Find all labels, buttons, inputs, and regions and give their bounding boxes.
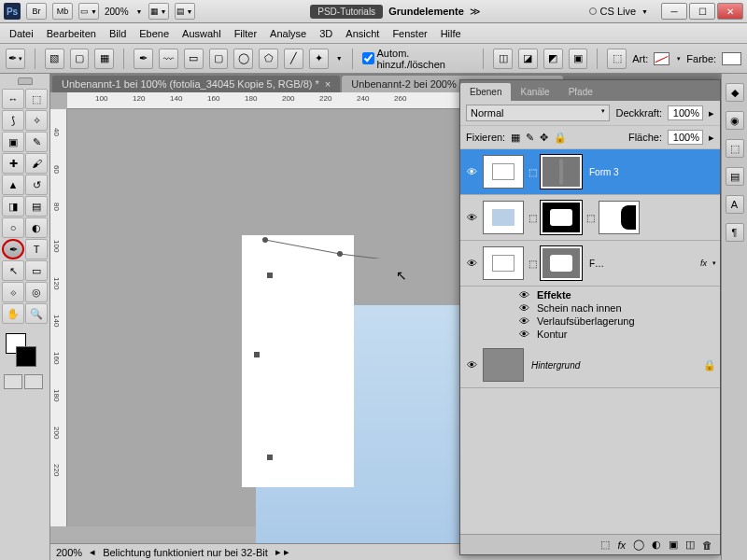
extra-mask-thumb[interactable] [599,201,640,234]
toolbox-collapse-icon[interactable] [18,77,33,85]
zoom-readout[interactable]: 200% [56,547,82,558]
more-icon[interactable]: ≫ [470,6,481,18]
pen-tool[interactable]: ✒ [2,239,24,259]
dock-para-icon[interactable]: ¶ [726,223,744,242]
shape-dropdown-icon[interactable]: ▼ [336,55,343,62]
menu-hilfe[interactable]: Hilfe [441,28,461,39]
effect-item[interactable]: Schein nach innen [537,302,622,314]
heal-tool[interactable]: ✚ [2,153,24,174]
pen-shape-icon[interactable]: ✒ [134,49,153,69]
link-icon[interactable]: ⬚ [607,49,627,69]
close-button[interactable]: ✕ [717,3,743,20]
zoom-tool[interactable]: 🔍 [25,303,48,324]
bridge-button[interactable]: Br [26,3,47,20]
vector-mask-thumb[interactable] [541,246,582,280]
arrange-button[interactable]: ▦▼ [148,3,169,20]
menu-auswahl[interactable]: Auswahl [182,28,221,39]
hand-tool[interactable]: ✋ [2,303,24,324]
blur-tool[interactable]: ○ [2,217,24,238]
layer-row[interactable]: 👁 Hintergrund 🔒 [460,343,720,388]
menu-analyse[interactable]: Analyse [270,28,306,39]
color-swatch[interactable] [722,52,741,65]
polygon-shape-icon[interactable]: ⬠ [259,49,278,69]
close-icon[interactable]: × [325,78,331,90]
quickmask-mode-icon[interactable] [24,374,43,389]
anchor-point[interactable] [267,455,273,460]
menu-bild[interactable]: Bild [109,28,126,39]
link-layers-icon[interactable]: ⬚ [600,539,610,551]
vector-mask-thumb[interactable] [541,155,582,189]
visibility-icon[interactable]: 👁 [464,258,479,269]
dodge-tool[interactable]: ◐ [25,217,48,238]
crop-tool[interactable]: ▣ [2,132,24,152]
gradient-tool[interactable]: ▤ [25,196,48,217]
type-tool[interactable]: T [25,239,48,259]
group-icon[interactable]: ▣ [669,539,678,551]
standard-mode-icon[interactable] [4,374,22,389]
fill-input[interactable]: 100% [668,130,703,145]
3d-tool[interactable]: ⟐ [2,282,24,302]
dock-color-icon[interactable]: ◉ [726,111,744,130]
visibility-icon[interactable]: 👁 [464,359,479,371]
minimize-button[interactable]: ─ [661,3,687,20]
combine-add-icon[interactable]: ◫ [493,49,513,69]
menu-ebene[interactable]: Ebene [139,28,169,39]
combine-exclude-icon[interactable]: ▣ [569,49,588,69]
custom-shape-icon[interactable]: ✦ [309,49,329,69]
dock-swatch-icon[interactable]: ◆ [726,83,744,102]
visibility-icon[interactable]: 👁 [516,289,531,301]
link-icon[interactable]: ⬚ [528,259,537,269]
pen-context-icon[interactable]: ✒▾ [6,49,25,69]
layer-name[interactable]: F… [585,259,697,269]
tab-ebenen[interactable]: Ebenen [460,83,511,101]
rect-shape-icon[interactable]: ▭ [184,49,204,69]
lock-paint-icon[interactable]: ✎ [526,132,534,144]
path-select-tool[interactable]: ↖ [2,260,24,281]
lock-move-icon[interactable]: ✥ [540,132,548,144]
visibility-icon[interactable]: 👁 [464,166,479,177]
auto-add-delete-check[interactable]: Autom. hinzuf./löschen [362,48,474,70]
layer-thumb[interactable] [483,348,524,382]
layer-thumb[interactable] [483,201,524,234]
opacity-input[interactable]: 100% [668,105,703,120]
style-none-swatch[interactable] [654,52,669,65]
layer-thumb[interactable] [483,246,524,280]
vector-mask-thumb[interactable] [541,201,582,234]
visibility-icon[interactable]: 👁 [516,315,531,327]
visibility-icon[interactable]: 👁 [516,302,531,314]
layer-name[interactable]: Form 3 [585,167,716,177]
extras-button[interactable]: ▤▼ [175,3,195,20]
link-icon[interactable]: ⬚ [585,213,595,223]
layer-row[interactable]: 👁 ⬚ Form 3 [460,149,720,195]
workspace-name[interactable]: Grundelemente [388,6,464,17]
minibridge-button[interactable]: Mb [52,3,73,20]
ruler-vertical[interactable]: 406080100120140160180200220 [50,109,67,526]
lasso-tool[interactable]: ⟆ [2,110,24,131]
anchor-point[interactable] [254,352,260,357]
doc-tab-1[interactable]: Unbenannt-1 bei 100% (fotolia_34045 Kopi… [52,76,340,92]
dock-mask-icon[interactable]: ▤ [726,167,744,186]
effect-item[interactable]: Verlaufsüberlagerung [537,315,635,327]
menu-filter[interactable]: Filter [234,28,257,39]
tab-kanaele[interactable]: Kanäle [511,83,558,101]
menu-fenster[interactable]: Fenster [392,28,427,39]
menu-datei[interactable]: Datei [9,28,34,39]
maximize-button[interactable]: ☐ [689,3,715,20]
menu-bearbeiten[interactable]: Bearbeiten [47,28,96,39]
cslive-button[interactable]: CS Live▼ [589,6,648,17]
history-brush-tool[interactable]: ↺ [25,175,48,195]
zoom-display[interactable]: 200% [105,7,129,17]
anchor-point[interactable] [267,273,273,278]
blend-mode-select[interactable]: Normal ▾ [466,105,610,121]
combine-intersect-icon[interactable]: ◩ [543,49,563,69]
lock-trans-icon[interactable]: ▦ [511,132,520,144]
trash-icon[interactable]: 🗑 [702,539,712,551]
tab-pfade[interactable]: Pfade [559,83,602,101]
mask-icon[interactable]: ◯ [633,539,644,551]
fill-mode[interactable]: ▦ [94,49,114,69]
stamp-tool[interactable]: ▲ [2,175,24,195]
path-mode[interactable]: ▢ [70,49,90,69]
effect-item[interactable]: Kontur [537,329,567,340]
layer-name[interactable]: Hintergrund [528,360,699,371]
brush-tool[interactable]: 🖌 [25,153,48,174]
